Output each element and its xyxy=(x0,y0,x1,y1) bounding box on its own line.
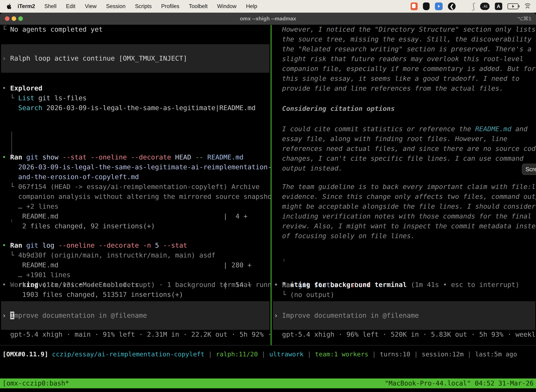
left-terminal-pane[interactable]: └ No agents completed yet › Ralph loop a… xyxy=(0,25,271,345)
inject-banner-text: › Ralph loop active continue [OMX_TMUX_I… xyxy=(2,53,271,63)
hook-icon[interactable]: ʃ xyxy=(473,2,475,10)
git-status-block: • Ran git status --short └ (no output) xyxy=(274,250,371,300)
shield-grid-icon[interactable] xyxy=(423,2,430,10)
reasoning-paragraph-3: The team guideline is to back every impo… xyxy=(282,182,536,241)
input-source-icon[interactable]: A xyxy=(495,3,502,10)
apple-menu-icon[interactable] xyxy=(7,4,11,9)
menu-item-scripts[interactable]: Scripts xyxy=(130,3,157,9)
menu-item-profiles[interactable]: Profiles xyxy=(156,3,184,9)
menu-item-session[interactable]: Session xyxy=(101,3,130,9)
menu-status-icons: ❮ ʃ ..61 A xyxy=(411,2,531,10)
right-terminal-pane[interactable]: However, I noticed the "Directory Struct… xyxy=(272,25,536,345)
window-title-bar: omx --xhigh --madmax ⌥⌘1 xyxy=(0,13,536,25)
window-shortcut-badge: ⌥⌘1 xyxy=(517,13,531,25)
session-stats-left: gpt-5.4 xhigh · main · 91% left · 2.31M … xyxy=(2,330,271,339)
tmux-session-name: [omx-cczip0:bash* xyxy=(2,378,69,388)
inject-banner: › Ralph loop active continue [OMX_TMUX_I… xyxy=(1,44,270,73)
explored-block: • Explored └ List git ls-files Search 20… xyxy=(2,83,255,113)
crescent-app-icon[interactable]: ❮ xyxy=(448,2,456,10)
menu-item-help[interactable]: Help xyxy=(241,3,262,9)
macos-menu-bar: iTerm2 ShellEditViewSessionScriptsProfil… xyxy=(0,0,536,13)
battery-percent-badge[interactable]: ..61 xyxy=(480,3,490,10)
battery-icon[interactable] xyxy=(507,3,518,9)
menu-item-view[interactable]: View xyxy=(80,3,101,9)
window-title: omx --xhigh --madmax xyxy=(0,13,536,25)
reasoning-paragraph-2: I could cite commit statistics or refere… xyxy=(282,124,536,173)
waiting-status-line: • Waiting for background terminal (1m 41… xyxy=(274,280,519,289)
screen-overlay-button[interactable]: Scre xyxy=(522,164,536,175)
menu-item-shell[interactable]: Shell xyxy=(40,3,61,9)
menu-item-window[interactable]: Window xyxy=(212,3,241,9)
dots-grid-icon[interactable] xyxy=(461,3,467,10)
tmux-host-clock: "MacBook-Pro-44.local" 04:52 31-Mar-26 xyxy=(385,378,534,388)
menu-items: ShellEditViewSessionScriptsProfilesToolb… xyxy=(40,3,262,9)
status-separator xyxy=(0,345,536,345)
menu-item-edit[interactable]: Edit xyxy=(61,3,80,9)
pane-divider[interactable] xyxy=(271,25,272,345)
terminal-content: └ No agents completed yet › Ralph loop a… xyxy=(0,25,536,392)
prompt-input-right[interactable]: › Improve documentation in @filename xyxy=(273,301,535,330)
iterm-window: omx --xhigh --madmax ⌥⌘1 └ No agents com… xyxy=(0,13,536,392)
agents-note: └ No agents completed yet xyxy=(2,25,103,34)
tree-guide-line xyxy=(11,219,12,222)
reasoning-paragraph-1: However, I noticed the "Directory Struct… xyxy=(282,25,536,93)
prompt-input-left[interactable]: › Improve documentation in @filename xyxy=(1,301,270,330)
tmux-status-bar: [omx-cczip0:bash* "MacBook-Pro-44.local"… xyxy=(0,378,536,388)
prompt-input-right-text: › Improve documentation in @filename xyxy=(274,311,536,320)
bolt-app-icon[interactable] xyxy=(435,2,443,10)
menu-app-name[interactable]: iTerm2 xyxy=(13,3,40,9)
wifi-icon[interactable] xyxy=(524,3,531,9)
working-status-line: • Working (11m 13s • esc to interrupt) ·… xyxy=(2,280,271,289)
menu-item-toolbelt[interactable]: Toolbelt xyxy=(184,3,212,9)
session-stats-right: gpt-5.4 xhigh · 96% left · 520K in · 5.8… xyxy=(274,330,536,339)
prompt-input-left-text: › Improve documentation in @filename xyxy=(2,311,271,320)
tree-guide-line xyxy=(11,131,12,154)
reasoning-heading: Considering citation options xyxy=(282,104,395,113)
screen-share-icon[interactable] xyxy=(411,2,418,10)
tree-guide-line xyxy=(284,259,284,262)
omx-status-bar: [OMX#0.11.9] cczip/essay/ai-reimplementa… xyxy=(2,349,535,359)
